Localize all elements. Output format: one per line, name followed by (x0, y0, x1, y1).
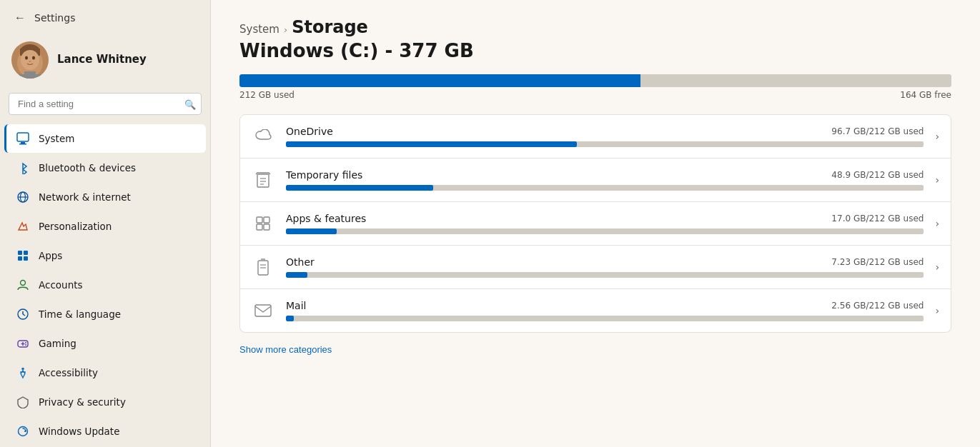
other-chevron: › (935, 261, 939, 273)
onedrive-chevron: › (935, 131, 939, 142)
onedrive-icon (252, 125, 274, 148)
sidebar-item-accounts[interactable]: Accounts (4, 271, 206, 299)
svg-rect-9 (19, 74, 41, 79)
sidebar-item-personalization-label: Personalization (39, 221, 112, 232)
other-header: Other 7.23 GB/212 GB used (286, 256, 924, 268)
svg-point-20 (21, 281, 26, 286)
other-usage: 7.23 GB/212 GB used (831, 257, 924, 267)
sidebar-item-update-label: Windows Update (39, 426, 119, 437)
system-icon (16, 131, 30, 146)
storage-bar-fill (239, 74, 640, 87)
onedrive-bar-fill (286, 141, 577, 147)
storage-item-temp[interactable]: Temporary files 48.9 GB/212 GB used › (239, 159, 951, 202)
svg-rect-11 (21, 142, 25, 144)
svg-rect-32 (257, 174, 269, 187)
temp-bar-fill (286, 185, 433, 191)
storage-bar-track (239, 74, 951, 87)
svg-rect-44 (255, 305, 271, 316)
other-icon (252, 256, 274, 278)
storage-item-other[interactable]: Other 7.23 GB/212 GB used › (239, 246, 951, 289)
svg-point-28 (25, 344, 26, 346)
storage-used-label: 212 GB used (239, 90, 295, 100)
sidebar-item-time[interactable]: Time & language (4, 300, 206, 328)
storage-item-onedrive[interactable]: OneDrive 96.7 GB/212 GB used › (239, 114, 951, 159)
mail-usage: 2.56 GB/212 GB used (831, 301, 924, 311)
search-icon[interactable]: 🔍 (184, 99, 196, 109)
storage-bar: 212 GB used 164 GB free (239, 74, 951, 100)
mail-content: Mail 2.56 GB/212 GB used (286, 300, 924, 321)
mail-chevron: › (935, 305, 939, 316)
storage-item-apps[interactable]: Apps & features 17.0 GB/212 GB used › (239, 202, 951, 246)
svg-rect-16 (18, 251, 22, 255)
onedrive-name: OneDrive (286, 126, 333, 137)
sidebar-item-apps-label: Apps (39, 250, 62, 261)
sidebar-item-bluetooth[interactable]: Bluetooth & devices (4, 154, 206, 182)
onedrive-usage: 96.7 GB/212 GB used (831, 126, 924, 136)
sidebar-item-network-label: Network & internet (39, 191, 131, 203)
breadcrumb-separator: › (284, 24, 287, 35)
svg-point-5 (25, 56, 28, 60)
svg-line-23 (23, 314, 25, 316)
update-icon (16, 424, 30, 438)
apps-bar-fill (286, 228, 337, 234)
privacy-icon (16, 395, 30, 409)
svg-rect-12 (19, 144, 26, 145)
temp-name: Temporary files (286, 169, 362, 181)
mail-bar-track (286, 316, 924, 321)
sidebar-item-personalization[interactable]: Personalization (4, 212, 206, 241)
other-bar-track (286, 272, 924, 278)
apps-content: Apps & features 17.0 GB/212 GB used (286, 213, 924, 234)
svg-rect-38 (257, 224, 262, 230)
svg-rect-10 (17, 133, 29, 141)
storage-item-mail[interactable]: Mail 2.56 GB/212 GB used › (239, 289, 951, 333)
accessibility-icon (16, 366, 30, 380)
svg-rect-19 (24, 256, 28, 261)
temp-content: Temporary files 48.9 GB/212 GB used (286, 169, 924, 191)
network-icon (16, 190, 30, 204)
onedrive-bar-track (286, 141, 924, 147)
svg-point-7 (29, 61, 31, 62)
username: Lance Whitney (57, 53, 147, 67)
temp-bar-track (286, 185, 924, 191)
storage-free-label: 164 GB free (900, 90, 951, 100)
nav-list: System Bluetooth & devices Network & int… (0, 124, 210, 447)
main-content: System › Storage Windows (C:) - 377 GB 2… (211, 0, 980, 447)
svg-rect-18 (18, 256, 22, 261)
temp-chevron: › (935, 174, 939, 186)
sidebar-item-update[interactable]: Windows Update (4, 417, 206, 446)
svg-point-27 (25, 342, 26, 343)
sidebar-item-accessibility[interactable]: Accessibility (4, 358, 206, 387)
user-profile: Lance Whitney (0, 33, 210, 90)
sidebar-item-network[interactable]: Network & internet (4, 183, 206, 211)
sidebar-item-privacy[interactable]: Privacy & security (4, 388, 206, 416)
time-icon (16, 307, 30, 321)
mail-bar-fill (286, 316, 294, 321)
other-content: Other 7.23 GB/212 GB used (286, 256, 924, 278)
sidebar-item-privacy-label: Privacy & security (39, 396, 126, 408)
sidebar-item-apps[interactable]: Apps (4, 241, 206, 270)
sidebar-item-gaming[interactable]: Gaming (4, 329, 206, 358)
svg-point-4 (21, 50, 39, 70)
breadcrumb-parent[interactable]: System (239, 23, 279, 36)
storage-labels: 212 GB used 164 GB free (239, 90, 951, 100)
show-more-button[interactable]: Show more categories (239, 344, 332, 355)
personalization-icon (16, 219, 30, 233)
apps-chevron: › (935, 218, 939, 229)
sidebar-item-system-label: System (39, 133, 74, 144)
mail-header: Mail 2.56 GB/212 GB used (286, 300, 924, 311)
svg-rect-36 (257, 217, 262, 223)
apps-bar-track (286, 228, 924, 234)
avatar (11, 41, 49, 79)
search-input[interactable] (9, 93, 202, 115)
other-name: Other (286, 256, 315, 268)
temp-usage: 48.9 GB/212 GB used (831, 170, 924, 180)
sidebar-item-system[interactable]: System (4, 124, 206, 153)
apps-usage: 17.0 GB/212 GB used (831, 214, 924, 224)
breadcrumb-current: Storage (292, 17, 368, 37)
svg-rect-17 (24, 251, 28, 255)
back-button[interactable]: ← (11, 10, 29, 26)
mail-icon (252, 299, 274, 322)
svg-point-29 (21, 368, 24, 371)
page-title: Windows (C:) - 377 GB (239, 40, 951, 61)
mail-name: Mail (286, 300, 306, 311)
